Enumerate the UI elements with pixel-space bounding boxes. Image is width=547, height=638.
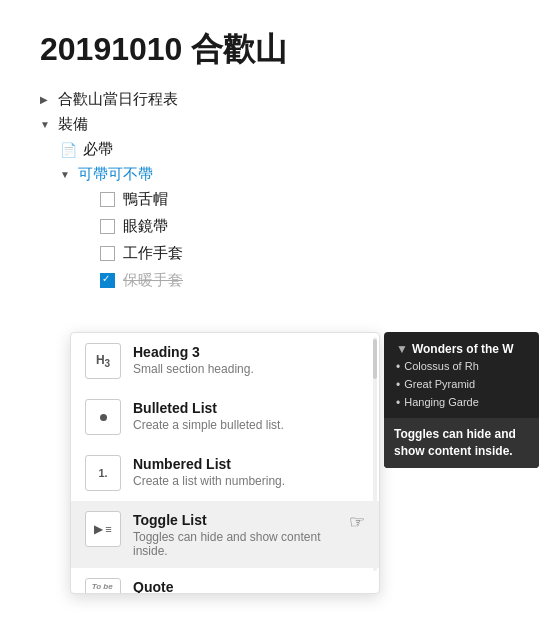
checkbox-warm-gloves-input[interactable] <box>100 273 115 288</box>
cursor-pointer: ☞ <box>349 511 365 533</box>
preview-bullet-icon-1: • <box>396 360 400 374</box>
tree-item-equipment[interactable]: 裝備 <box>40 115 507 134</box>
checkbox-duck-hat[interactable]: 鴨舌帽 <box>40 190 507 209</box>
dropdown-item-bullet[interactable]: Bulleted List Create a simple bulleted l… <box>71 389 379 445</box>
toggle-title: Toggle List <box>133 511 349 529</box>
bullet-icon-box <box>85 399 121 435</box>
dropdown-menu: H3 Heading 3 Small section heading. Bull… <box>70 332 380 594</box>
tree-arrow-optional[interactable] <box>60 169 78 180</box>
bullet-desc: Create a simple bulleted list. <box>133 418 365 432</box>
numbered-text: Numbered List Create a list with numberi… <box>133 455 365 488</box>
numbered-title: Numbered List <box>133 455 365 473</box>
toggle-text: Toggle List Toggles can hide and show co… <box>133 511 349 558</box>
page-title: 20191010 合歡山 <box>40 28 507 72</box>
preview-bullet-text-3: Hanging Garde <box>404 396 479 408</box>
tree-item-itinerary[interactable]: 合歡山當日行程表 <box>40 90 507 109</box>
tree-label-equipment: 裝備 <box>58 115 88 134</box>
numbered-desc: Create a list with numbering. <box>133 474 365 488</box>
preview-panel: ▼ Wonders of the W • Colossus of Rh • Gr… <box>384 332 539 468</box>
checkbox-glasses-strap[interactable]: 眼鏡帶 <box>40 217 507 236</box>
checkbox-warm-gloves-label: 保暖手套 <box>123 271 183 290</box>
preview-bullet-text-1: Colossus of Rh <box>404 360 479 372</box>
preview-tooltip: Toggles can hide andshow content inside. <box>384 418 539 468</box>
preview-bullet-text-2: Great Pyramid <box>404 378 475 390</box>
tree-label-optional: 可帶可不帶 <box>78 165 153 184</box>
preview-bullet-1: • Colossus of Rh <box>396 360 527 374</box>
bullet-icon <box>100 414 107 421</box>
tree-arrow-equipment[interactable] <box>40 119 58 130</box>
heading3-text: Heading 3 Small section heading. <box>133 343 365 376</box>
preview-bullet-3: • Hanging Garde <box>396 396 527 410</box>
heading3-icon: H3 <box>85 343 121 379</box>
preview-tooltip-text: Toggles can hide andshow content inside. <box>394 426 529 460</box>
scrollbar-thumb[interactable] <box>373 339 377 379</box>
checkbox-warm-gloves[interactable]: 保暖手套 <box>40 271 507 290</box>
dropdown-scroll[interactable]: H3 Heading 3 Small section heading. Bull… <box>71 333 379 593</box>
preview-header: ▼ Wonders of the W <box>396 342 527 356</box>
toggle-icon: ▶ ≡ <box>94 523 111 536</box>
preview-bullet-2: • Great Pyramid <box>396 378 527 392</box>
doc-icon: 📄 <box>60 142 77 158</box>
preview-bullet-icon-3: • <box>396 396 400 410</box>
preview-arrow-icon: ▼ <box>396 342 408 356</box>
dropdown-item-numbered[interactable]: 1. Numbered List Create a list with numb… <box>71 445 379 501</box>
main-content: 20191010 合歡山 合歡山當日行程表 裝備 📄 必帶 可帶可不帶 鴨舌帽 … <box>0 0 547 318</box>
tree-item-essential: 📄 必帶 <box>40 140 507 159</box>
dropdown-item-heading3[interactable]: H3 Heading 3 Small section heading. <box>71 333 379 389</box>
quote-text: Quote Capture a quote. <box>133 578 365 593</box>
tree-label-itinerary: 合歡山當日行程表 <box>58 90 178 109</box>
preview-title: Wonders of the W <box>412 342 514 356</box>
checkbox-gloves-label: 工作手套 <box>123 244 183 263</box>
checkbox-duck-hat-input[interactable] <box>100 192 115 207</box>
numbered-icon-box: 1. <box>85 455 121 491</box>
tree-arrow-itinerary[interactable] <box>40 94 58 105</box>
bullet-text: Bulleted List Create a simple bulleted l… <box>133 399 365 432</box>
checkbox-duck-hat-label: 鴨舌帽 <box>123 190 168 209</box>
bullet-title: Bulleted List <box>133 399 365 417</box>
preview-content: ▼ Wonders of the W • Colossus of Rh • Gr… <box>384 332 539 410</box>
checkbox-gloves-input[interactable] <box>100 246 115 261</box>
checkbox-glasses-strap-label: 眼鏡帶 <box>123 217 168 236</box>
dropdown-item-quote[interactable]: To beor notto be Quote Capture a quote. <box>71 568 379 593</box>
tree-label-essential: 必帶 <box>83 140 113 159</box>
quote-icon: To beor notto be <box>92 583 115 593</box>
dropdown-item-toggle[interactable]: ▶ ≡ Toggle List Toggles can hide and sho… <box>71 501 379 568</box>
checkbox-gloves[interactable]: 工作手套 <box>40 244 507 263</box>
quote-title: Quote <box>133 578 365 593</box>
quote-icon-box: To beor notto be <box>85 578 121 593</box>
checkbox-glasses-strap-input[interactable] <box>100 219 115 234</box>
heading3-desc: Small section heading. <box>133 362 365 376</box>
scrollbar-track <box>373 337 377 571</box>
preview-bullet-icon-2: • <box>396 378 400 392</box>
heading3-title: Heading 3 <box>133 343 365 361</box>
toggle-desc: Toggles can hide and show content inside… <box>133 530 349 558</box>
tree-item-optional[interactable]: 可帶可不帶 <box>40 165 507 184</box>
numbered-icon: 1. <box>98 467 107 479</box>
toggle-icon-box: ▶ ≡ <box>85 511 121 547</box>
